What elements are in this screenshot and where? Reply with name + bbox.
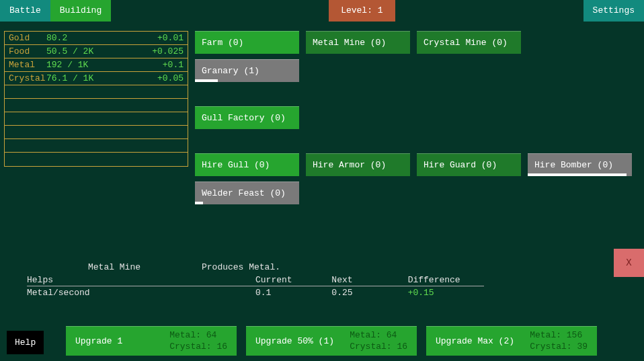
detail-name: Metal Mine [27, 262, 202, 272]
building-label: Welder Feast (0) [202, 188, 286, 198]
detail-next: 0.25 [331, 288, 407, 298]
resource-row [5, 139, 188, 153]
tab-battle[interactable]: Battle [0, 0, 50, 22]
building-metal-mine[interactable]: Metal Mine (0) [306, 31, 410, 54]
upgrade-50[interactable]: Upgrade 50% (1) Metal: 64 Crystal: 16 [246, 326, 417, 356]
close-button[interactable]: X [614, 249, 644, 277]
upgrade-label: Upgrade 1 [75, 336, 169, 346]
resource-rate: +0.05 [157, 73, 184, 83]
building-label: Granary (1) [202, 66, 259, 76]
upgrade-1[interactable]: Upgrade 1 Metal: 64 Crystal: 16 [66, 326, 237, 356]
building-granary[interactable]: Granary (1) [195, 59, 299, 82]
resource-rate: +0.01 [157, 33, 184, 43]
resource-row [5, 153, 188, 166]
detail-row-name: Metal/second [27, 288, 255, 298]
resource-value: 192 / 1K [46, 60, 163, 70]
resource-row [5, 112, 188, 126]
building-hire-gull[interactable]: Hire Gull (0) [195, 153, 299, 176]
settings-button[interactable]: Settings [583, 0, 644, 22]
building-crystal-mine[interactable]: Crystal Mine (0) [417, 31, 521, 54]
upgrade-bar: Upgrade 1 Metal: 64 Crystal: 16 Upgrade … [66, 326, 597, 356]
resource-row: Food 50.5 / 2K +0.025 [5, 45, 188, 58]
resource-row: Metal 192 / 1K +0.1 [5, 58, 188, 72]
resource-value: 50.5 / 2K [46, 46, 152, 56]
upgrade-label: Upgrade Max (2) [436, 336, 530, 346]
building-hire-armor[interactable]: Hire Armor (0) [306, 153, 410, 176]
building-label: Hire Bomber (0) [534, 160, 613, 170]
resource-row [5, 85, 188, 99]
detail-col-diff: Difference [408, 275, 484, 285]
level-badge: Level: 1 [329, 0, 395, 22]
resource-value: 80.2 [46, 33, 157, 43]
resource-row: Gold 80.2 +0.01 [5, 32, 188, 45]
upgrade-max[interactable]: Upgrade Max (2) Metal: 156 Crystal: 39 [426, 326, 597, 356]
detail-col-helps: Helps [27, 275, 255, 285]
building-gull-factory[interactable]: Gull Factory (0) [195, 106, 299, 129]
detail-current: 0.1 [255, 288, 331, 298]
upgrade-cost: Metal: 64 Crystal: 16 [169, 330, 227, 353]
building-grid: Farm (0) Metal Mine (0) Crystal Mine (0)… [195, 31, 639, 210]
resource-panel: Gold 80.2 +0.01 Food 50.5 / 2K +0.025 Me… [4, 31, 188, 167]
upgrade-cost: Metal: 64 Crystal: 16 [350, 330, 407, 353]
resource-row [5, 126, 188, 139]
resource-name: Metal [9, 60, 46, 70]
building-hire-guard[interactable]: Hire Guard (0) [417, 153, 521, 176]
detail-diff: +0.15 [408, 288, 484, 298]
upgrade-label: Upgrade 50% (1) [255, 336, 350, 346]
building-farm[interactable]: Farm (0) [195, 31, 299, 54]
building-hire-bomber[interactable]: Hire Bomber (0) [528, 153, 632, 176]
detail-col-current: Current [255, 275, 331, 285]
tab-building[interactable]: Building [50, 0, 111, 22]
resource-name: Crystal [9, 73, 46, 83]
detail-col-next: Next [331, 275, 407, 285]
detail-panel: Metal Mine Produces Metal. Helps Current… [27, 262, 612, 298]
resource-rate: +0.1 [163, 60, 184, 70]
building-welder-feast[interactable]: Welder Feast (0) [195, 182, 299, 204]
upgrade-cost: Metal: 156 Crystal: 39 [530, 330, 588, 353]
help-button[interactable]: Help [7, 331, 44, 354]
resource-row: Crystal 76.1 / 1K +0.05 [5, 72, 188, 85]
detail-desc: Produces Metal. [202, 262, 280, 272]
resource-name: Food [9, 46, 46, 56]
resource-rate: +0.025 [152, 46, 184, 56]
resource-value: 76.1 / 1K [46, 73, 157, 83]
resource-name: Gold [9, 33, 46, 43]
resource-row [5, 99, 188, 112]
